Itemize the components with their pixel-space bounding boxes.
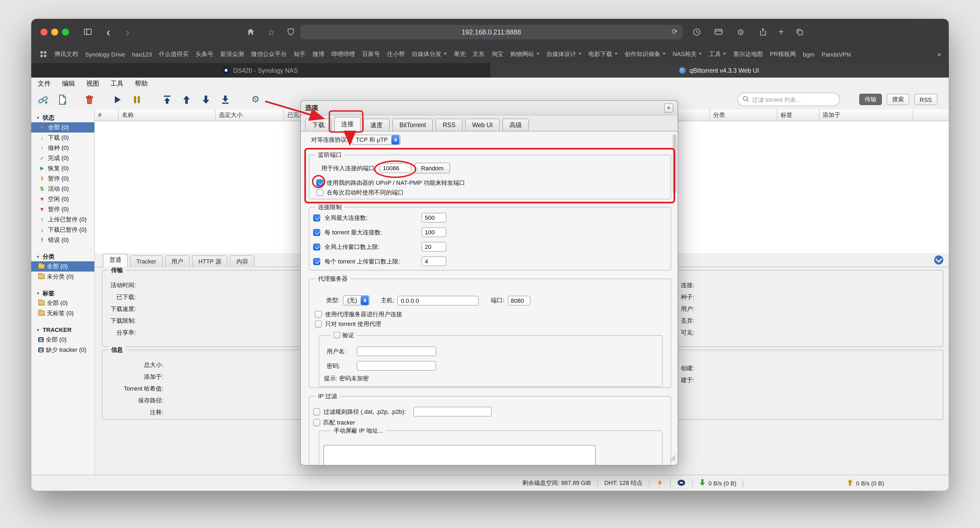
- status-filter-item[interactable]: 上传已暂停 (0): [31, 214, 94, 225]
- view-button[interactable]: RSS: [914, 94, 937, 105]
- manual-ban-textarea[interactable]: [323, 445, 596, 465]
- history-icon[interactable]: [690, 25, 703, 38]
- category-filter-item[interactable]: 全部 (0): [31, 261, 94, 271]
- status-filter-item[interactable]: 完成 (0): [31, 153, 94, 163]
- filter-path-input[interactable]: [414, 407, 492, 417]
- torrent-filter-search[interactable]: [737, 93, 840, 106]
- move-top-icon[interactable]: [162, 94, 172, 105]
- details-tab[interactable]: HTTP 源: [192, 255, 228, 267]
- dialog-scrollbar-thumb[interactable]: [673, 134, 676, 193]
- details-tab[interactable]: 内容: [230, 255, 255, 267]
- bookmarks-overflow-chevron[interactable]: »: [937, 50, 941, 58]
- proxy-type-select[interactable]: (无): [343, 295, 370, 306]
- bookmark-item[interactable]: 创作知识储备: [625, 50, 665, 58]
- column-header[interactable]: 添加于: [819, 109, 913, 121]
- details-tab[interactable]: Tracker: [130, 255, 163, 267]
- dialog-tab[interactable]: Web UI: [465, 119, 500, 132]
- search-input[interactable]: [752, 96, 835, 103]
- tab-overview-icon[interactable]: [793, 25, 806, 38]
- reload-icon[interactable]: ⟳: [672, 27, 678, 36]
- bookmark-item[interactable]: 百家号: [362, 50, 380, 58]
- bookmark-item[interactable]: 微博: [312, 50, 324, 58]
- column-header[interactable]: 分类: [710, 109, 777, 121]
- column-header[interactable]: 名称: [119, 109, 216, 121]
- move-up-icon[interactable]: [181, 94, 192, 105]
- sidebar-toggle-icon[interactable]: [81, 25, 94, 38]
- status-filter-item[interactable]: 恢复 (0): [31, 163, 94, 173]
- bookmark-item[interactable]: hao123: [132, 51, 152, 57]
- status-filter-item[interactable]: 暂停 (0): [31, 173, 94, 184]
- favorites-star-icon[interactable]: ☆: [265, 25, 278, 38]
- limit-input[interactable]: 20: [422, 242, 446, 252]
- limit-input[interactable]: 4: [422, 257, 446, 266]
- status-filter-item[interactable]: 全部 (0): [31, 122, 94, 133]
- new-tab-icon[interactable]: +: [775, 25, 788, 38]
- status-filter-item[interactable]: 做种 (0): [31, 143, 94, 153]
- proxy-port-input[interactable]: 8080: [508, 295, 530, 305]
- dialog-close-button[interactable]: ×: [664, 103, 673, 113]
- bookmark-item[interactable]: PandaVPN: [821, 51, 851, 57]
- bookmark-item[interactable]: 果壳: [453, 50, 466, 58]
- forward-button[interactable]: ›: [121, 25, 134, 38]
- status-filter-item[interactable]: 错误 (0): [31, 235, 94, 245]
- delete-icon[interactable]: [84, 94, 95, 105]
- bookmark-item[interactable]: 头条号: [196, 50, 213, 58]
- limit-checkbox[interactable]: [313, 214, 320, 221]
- limit-input[interactable]: 500: [422, 213, 446, 222]
- proxy-torrents-only-checkbox[interactable]: [315, 320, 322, 328]
- menu-item[interactable]: 帮助: [135, 79, 148, 88]
- move-bottom-icon[interactable]: [220, 94, 231, 105]
- incoming-port-input[interactable]: 10086: [380, 163, 411, 173]
- dialog-tab[interactable]: 下载: [305, 119, 331, 132]
- resume-icon[interactable]: [112, 94, 123, 105]
- bookmark-item[interactable]: 塞尔达地图: [733, 50, 763, 58]
- proxy-auth-checkbox[interactable]: [334, 332, 340, 338]
- menu-item[interactable]: 视图: [86, 79, 99, 88]
- column-header[interactable]: 标签: [777, 109, 819, 121]
- tags-section-header[interactable]: 标签: [31, 288, 94, 298]
- back-button[interactable]: ‹: [102, 25, 115, 38]
- settings-gear-icon[interactable]: ⚙: [734, 25, 747, 38]
- dialog-tab[interactable]: 高级: [503, 119, 529, 132]
- status-filter-item[interactable]: 暂停 (0): [31, 204, 94, 214]
- status-filter-item[interactable]: 下载 (0): [31, 133, 94, 143]
- proxy-peer-connections-checkbox[interactable]: [315, 311, 322, 318]
- limit-checkbox[interactable]: [313, 258, 320, 265]
- bookmark-item[interactable]: PR模板网: [770, 50, 796, 58]
- peer-protocol-select[interactable]: TCP 和 μTP: [352, 135, 401, 145]
- bookmark-item[interactable]: 微信公众平台: [251, 50, 286, 58]
- bookmark-item[interactable]: 工具: [709, 50, 726, 58]
- bookmark-item[interactable]: 哔哩哔哩: [331, 50, 355, 58]
- bookmark-item[interactable]: 购物网站: [510, 50, 539, 58]
- limit-checkbox[interactable]: [313, 229, 320, 236]
- collapse-panel-button[interactable]: [934, 255, 943, 265]
- proxy-username-input[interactable]: [357, 346, 436, 356]
- column-header[interactable]: 选定大小: [216, 109, 284, 121]
- move-down-icon[interactable]: [200, 94, 211, 105]
- view-button[interactable]: 搜索: [887, 94, 909, 105]
- browser-tab[interactable]: qBittorrent v4.3.3 Web UI: [490, 63, 949, 78]
- column-header[interactable]: #: [95, 109, 119, 121]
- limit-input[interactable]: 100: [422, 227, 446, 237]
- details-tab[interactable]: 用户: [165, 255, 190, 267]
- status-filter-item[interactable]: 活动 (0): [31, 184, 94, 194]
- bookmark-item[interactable]: 电影下载: [589, 50, 617, 58]
- tag-filter-item[interactable]: 无标签 (0): [31, 308, 94, 319]
- minimize-window-button[interactable]: [51, 29, 58, 36]
- pause-icon[interactable]: [132, 94, 142, 105]
- limit-checkbox[interactable]: [313, 243, 320, 250]
- bookmark-item[interactable]: 京东: [473, 50, 484, 58]
- proxy-host-input[interactable]: 0.0.0.0: [398, 295, 479, 305]
- wallet-icon[interactable]: [712, 25, 725, 38]
- options-gear-icon[interactable]: ⚙: [250, 94, 261, 105]
- category-filter-item[interactable]: 未分类 (0): [31, 271, 94, 282]
- menu-item[interactable]: 工具: [110, 79, 123, 88]
- menu-item[interactable]: 文件: [38, 79, 51, 88]
- status-section-header[interactable]: 状态: [31, 113, 94, 122]
- address-bar[interactable]: 192.168.0.211:8888 ⟳: [300, 25, 682, 39]
- tracker-filter-item[interactable]: 缺少 tracker (0): [31, 345, 94, 355]
- close-window-button[interactable]: [40, 29, 48, 36]
- bookmark-item[interactable]: 住小帮: [387, 50, 404, 58]
- proxy-password-input[interactable]: [357, 361, 436, 371]
- status-filter-item[interactable]: 下载已暂停 (0): [31, 225, 94, 235]
